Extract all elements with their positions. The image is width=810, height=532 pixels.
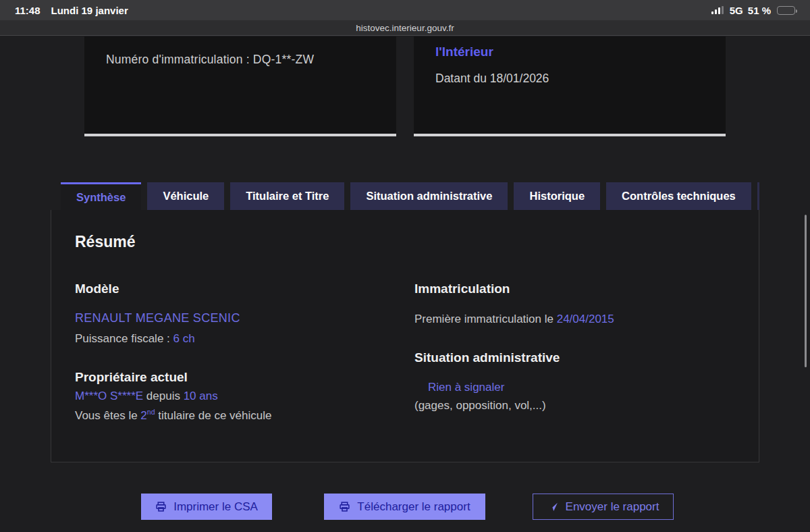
download-report-button[interactable]: Télécharger le rapport — [324, 494, 485, 520]
url-text: histovec.interieur.gouv.fr — [356, 23, 454, 33]
tab-titulaire-et-titre[interactable]: Titulaire et Titre — [230, 182, 344, 210]
download-icon — [339, 501, 350, 512]
network-type-label: 5G — [730, 5, 743, 16]
model-name-link: RENAULT MEGANE SCENIC — [75, 311, 240, 325]
card-registration: Numéro d'immatriculation : DQ-1**-ZW — [84, 36, 396, 136]
model-heading: Modèle — [75, 282, 119, 296]
owner-rank-line: Vous êtes le 2nd titulaire de ce véhicul… — [75, 408, 271, 423]
fiscal-power-label: Puissance fiscale : — [75, 332, 173, 345]
report-tabs: Synthèse Véhicule Titulaire et Titre Sit… — [61, 182, 759, 210]
scrollbar-thumb[interactable] — [805, 215, 807, 367]
owner-rank-rest: titulaire de ce véhicule — [155, 409, 272, 422]
send-report-button[interactable]: Envoyer le rapport — [533, 494, 674, 520]
print-csa-button[interactable]: Imprimer le CSA — [141, 494, 272, 520]
cellular-signal-icon — [711, 6, 724, 14]
interieur-link[interactable]: l'Intérieur — [435, 45, 704, 59]
owner-since-label: depuis — [143, 390, 184, 402]
tab-controles-techniques[interactable]: Contrôles techniques — [606, 182, 751, 210]
tab-synthese[interactable]: Synthèse — [61, 182, 141, 210]
printer-icon — [155, 501, 167, 512]
panel-title: Résumé — [75, 233, 135, 251]
synthese-panel: Résumé Modèle RENAULT MEGANE SCENIC Puis… — [51, 210, 759, 462]
situation-status-link[interactable]: Rien à signaler — [428, 381, 504, 394]
owner-since-value: 10 ans — [184, 390, 218, 402]
owner-line: M***O S****E depuis 10 ans — [75, 390, 218, 403]
owner-name: M***O S****E — [75, 390, 143, 402]
status-bar: 11:48 Lundi 19 janvier 5G 51 % — [0, 0, 810, 20]
first-registration-line: Première immatriculation le 24/04/2015 — [414, 313, 614, 326]
send-icon — [547, 501, 559, 512]
situation-note: (gages, opposition, vol,...) — [414, 399, 546, 413]
owner-rank-prefix: Vous êtes le — [75, 409, 140, 422]
fiscal-power-value: 6 ch — [173, 332, 195, 345]
print-csa-label: Imprimer le CSA — [173, 500, 258, 514]
tab-vehicule[interactable]: Véhicule — [147, 182, 224, 210]
situation-heading: Situation administrative — [414, 350, 560, 365]
page-content: Numéro d'immatriculation : DQ-1**-ZW l'I… — [0, 36, 810, 532]
tab-situation-administrative[interactable]: Situation administrative — [350, 182, 508, 210]
owner-heading: Propriétaire actuel — [75, 370, 188, 385]
registration-heading: Immatriculation — [414, 282, 510, 296]
clock-label: 11:48 — [15, 5, 40, 16]
registration-number-text: Numéro d'immatriculation : DQ-1**-ZW — [106, 53, 375, 67]
first-registration-date: 24/04/2015 — [557, 313, 614, 325]
send-report-label: Envoyer le rapport — [566, 500, 659, 514]
tab-historique[interactable]: Historique — [514, 182, 600, 210]
date-label: Lundi 19 janvier — [51, 5, 128, 16]
tab-kilometrage[interactable]: Kilométrage — [757, 182, 759, 210]
owner-rank-number: 2 — [140, 409, 146, 422]
first-registration-label: Première immatriculation le — [414, 313, 557, 325]
report-date-text: Datant du 18/01/2026 — [435, 72, 704, 86]
screen: 11:48 Lundi 19 janvier 5G 51 % histovec.… — [0, 0, 810, 532]
battery-icon — [777, 6, 795, 15]
owner-rank-ordinal: nd — [147, 408, 155, 416]
download-report-label: Télécharger le rapport — [357, 500, 470, 514]
battery-percent-label: 51 % — [748, 5, 771, 16]
browser-url-bar[interactable]: histovec.interieur.gouv.fr — [0, 20, 810, 36]
card-report-origin: l'Intérieur Datant du 18/01/2026 — [414, 36, 726, 136]
fiscal-power-line: Puissance fiscale : 6 ch — [75, 332, 195, 346]
